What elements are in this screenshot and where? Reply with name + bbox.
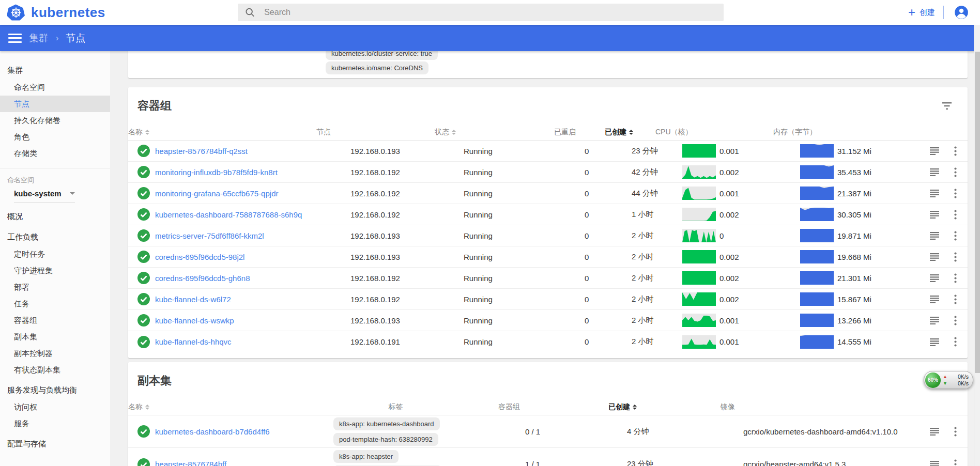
sidebar-item-namespaces[interactable]: 命名空间: [0, 79, 110, 96]
column-header-status[interactable]: 状态: [435, 128, 554, 137]
pod-cpu-cell: 0.002: [682, 208, 800, 221]
toolbar-divider: [943, 6, 944, 19]
rs-name-link[interactable]: kubernetes-dashboard-b7d6d4ff6: [155, 427, 270, 436]
filter-button[interactable]: [940, 100, 954, 112]
logs-button[interactable]: [928, 425, 941, 438]
column-header-name[interactable]: 名称: [128, 128, 316, 137]
logs-button[interactable]: [928, 187, 941, 199]
user-avatar-icon: [954, 5, 969, 20]
create-button[interactable]: + 创建: [908, 7, 935, 18]
rs-column-header-created[interactable]: 已创建: [600, 402, 716, 412]
row-menu-button[interactable]: [952, 457, 959, 466]
logs-button[interactable]: [928, 166, 941, 178]
net-monitor-widget[interactable]: 60% ▲ 0K/s ▼ 0K/s: [924, 371, 973, 389]
hamburger-menu-button[interactable]: [8, 34, 22, 43]
pod-memory-cell: 19.668 Mi: [800, 250, 928, 263]
sidebar-item-stateful-sets[interactable]: 有状态副本集: [0, 362, 110, 378]
pod-node-cell: 192.168.0.192: [343, 295, 462, 304]
logs-button[interactable]: [928, 208, 941, 221]
rs-column-header-name[interactable]: 名称: [128, 402, 300, 412]
row-menu-button[interactable]: [952, 229, 959, 243]
brand[interactable]: kubernetes: [0, 4, 238, 21]
row-menu-button[interactable]: [952, 250, 959, 264]
logs-button[interactable]: [928, 272, 941, 284]
pod-status-cell: Running: [462, 147, 581, 156]
namespace-select[interactable]: kube-system: [14, 189, 75, 203]
column-header-created[interactable]: 已创建: [605, 128, 655, 137]
pods-card-title: 容器组: [137, 98, 172, 114]
cpu-sparkline: [682, 271, 716, 285]
pod-logs-cell: [928, 229, 952, 242]
row-menu-button[interactable]: [952, 208, 959, 222]
pod-name-link[interactable]: kube-flannel-ds-w6l72: [155, 295, 231, 304]
row-menu-button[interactable]: [952, 187, 959, 200]
pod-logs-cell: [928, 208, 952, 221]
sparkline-chart: [682, 292, 716, 306]
sidebar-item-deployments[interactable]: 部署: [0, 279, 110, 296]
memory-sparkline: [800, 144, 834, 158]
sparkline-chart: [800, 271, 834, 285]
pod-name-link[interactable]: monitoring-grafana-65ccfb675-qpjdr: [155, 189, 278, 198]
sidebar-item-replication-controllers[interactable]: 副本控制器: [0, 345, 110, 362]
pod-name-link[interactable]: monitoring-influxdb-9b78f5fd9-kn8rt: [155, 168, 278, 177]
sidebar-item-cron-jobs[interactable]: 定时任务: [0, 246, 110, 262]
logs-button[interactable]: [928, 458, 941, 466]
pod-menu-cell: [952, 187, 968, 200]
rs-name-link[interactable]: heapster-8576784bff: [155, 460, 226, 466]
row-menu-button[interactable]: [952, 335, 959, 349]
sidebar-item-roles[interactable]: 角色: [0, 129, 110, 145]
account-button[interactable]: [952, 3, 971, 22]
pod-name-link[interactable]: kube-flannel-ds-wswkp: [155, 316, 234, 325]
sidebar-item-replica-sets[interactable]: 副本集: [0, 329, 110, 345]
pod-name-link[interactable]: kubernetes-dashboard-7588787688-s6h9q: [155, 210, 302, 219]
pod-name-link[interactable]: coredns-695f96dcd5-gh6n8: [155, 274, 250, 283]
pod-name-link[interactable]: kube-flannel-ds-hhqvc: [155, 337, 232, 346]
row-menu-button[interactable]: [952, 144, 959, 158]
sparkline-chart: [682, 208, 716, 221]
kebab-menu-icon: [954, 189, 957, 198]
row-menu-button[interactable]: [952, 165, 959, 179]
breadcrumb-parent-link[interactable]: 集群: [29, 32, 49, 45]
sidebar-item-ingresses[interactable]: 访问权: [0, 399, 110, 415]
sidebar-item-workloads[interactable]: 工作负载: [0, 228, 110, 246]
logs-icon: [930, 338, 939, 346]
sidebar-item-overview[interactable]: 概况: [0, 208, 110, 225]
logs-button[interactable]: [928, 229, 941, 242]
sidebar-item-jobs[interactable]: 任务: [0, 296, 110, 312]
logs-button[interactable]: [928, 293, 941, 305]
logs-button[interactable]: [928, 336, 941, 348]
memory-value: 13.266 Mi: [837, 316, 871, 325]
page-scrollbar[interactable]: [974, 25, 980, 466]
sidebar-item-storage-classes[interactable]: 存储类: [0, 145, 110, 162]
column-header-label: 名称: [128, 128, 143, 137]
status-ok-icon: [137, 144, 150, 158]
sidebar-item-nodes[interactable]: 节点: [0, 96, 110, 112]
row-menu-button[interactable]: [952, 425, 959, 439]
pod-menu-cell: [952, 335, 968, 349]
search-input[interactable]: [264, 8, 716, 17]
logs-button[interactable]: [928, 251, 941, 263]
page-scrollbar-thumb[interactable]: [975, 52, 980, 373]
rs-status-ok: [128, 425, 155, 438]
sidebar-item-discovery[interactable]: 服务发现与负载均衡: [0, 381, 110, 399]
replicaset-row: heapster-8576784bffk8s-app: heapsterpod-…: [128, 448, 968, 466]
pod-memory-cell: 21.387 Mi: [800, 187, 928, 200]
pod-created-cell: 1 小时: [632, 210, 682, 220]
search-box[interactable]: [238, 4, 724, 21]
row-menu-button[interactable]: [952, 271, 959, 285]
pod-name-link[interactable]: heapster-8576784bff-q2sst: [155, 147, 248, 156]
sidebar-item-services[interactable]: 服务: [0, 415, 110, 432]
sidebar-item-cluster[interactable]: 集群: [0, 61, 110, 79]
logs-button[interactable]: [928, 145, 941, 157]
sidebar-item-pods[interactable]: 容器组: [0, 312, 110, 329]
pod-name-link[interactable]: coredns-695f96dcd5-98j2l: [155, 253, 244, 261]
sidebar-item-persistent-volumes[interactable]: 持久化存储卷: [0, 112, 110, 129]
sidebar-item-config-storage[interactable]: 配置与存储: [0, 435, 110, 453]
logs-button[interactable]: [928, 314, 941, 327]
pod-name-link[interactable]: metrics-server-75df6ff86f-kkm2l: [155, 231, 264, 240]
pod-restarts-cell: 0: [581, 295, 632, 304]
row-menu-button[interactable]: [952, 292, 959, 306]
pod-name-cell: kube-flannel-ds-hhqvc: [155, 337, 343, 346]
sidebar-item-daemon-sets[interactable]: 守护进程集: [0, 262, 110, 279]
row-menu-button[interactable]: [952, 314, 959, 328]
